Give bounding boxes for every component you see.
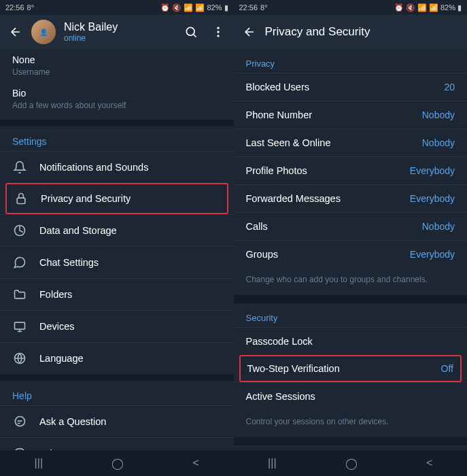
svg-point-3 — [217, 35, 219, 37]
section-delete: Delete my account — [234, 445, 468, 450]
username-field[interactable]: None Username — [0, 49, 234, 82]
settings-item-privacy[interactable]: Privacy and Security — [5, 183, 228, 214]
alarm-icon: ⏰ — [394, 3, 404, 12]
mute-icon: 🔇 — [172, 3, 181, 12]
bell-icon — [12, 160, 27, 175]
svg-rect-4 — [17, 198, 25, 203]
divider — [234, 437, 468, 445]
help-item-faq[interactable]: Telegram FAQ — [0, 437, 234, 450]
nav-bar: ||| ◯ < — [0, 450, 234, 476]
status-temp: 8° — [260, 3, 268, 12]
battery-icon: ▮ — [457, 3, 462, 12]
search-icon[interactable] — [184, 24, 198, 39]
settings-item-language[interactable]: Language — [0, 342, 234, 374]
section-settings: Settings — [0, 126, 234, 151]
status-time: 22:56 — [5, 3, 24, 12]
folder-icon — [12, 287, 27, 302]
back-icon[interactable] — [8, 24, 23, 39]
chat-icon — [12, 255, 27, 270]
devices-icon — [12, 319, 27, 334]
back-icon[interactable] — [242, 24, 257, 39]
nav-home-icon[interactable]: ◯ — [111, 457, 124, 470]
nav-bar: ||| ◯ < — [234, 450, 468, 476]
privacy-phone-number[interactable]: Phone NumberNobody — [234, 101, 468, 129]
privacy-profile-photos[interactable]: Profile PhotosEverybody — [234, 156, 468, 184]
wifi-icon: 📶 — [184, 3, 193, 12]
signal-icon: 📶 — [429, 3, 438, 12]
svg-point-2 — [217, 31, 219, 33]
privacy-calls[interactable]: CallsNobody — [234, 212, 468, 240]
security-hint: Control your sessions on other devices. — [234, 410, 468, 437]
help-item-ask[interactable]: Ask a Question — [0, 405, 234, 437]
status-bar: 22:56 8° ⏰ 🔇 📶 📶 82% ▮ — [0, 0, 234, 15]
profile-name: Nick Bailey — [64, 21, 175, 33]
svg-point-0 — [186, 27, 194, 35]
wifi-icon: 📶 — [417, 3, 427, 12]
section-security: Security — [234, 303, 468, 327]
profile-status: online — [64, 33, 175, 43]
bio-field[interactable]: Bio Add a few words about yourself — [0, 82, 234, 120]
divider — [0, 120, 234, 126]
more-icon[interactable] — [211, 24, 226, 39]
settings-item-notifications[interactable]: Notifications and Sounds — [0, 151, 234, 183]
nav-back-icon[interactable]: < — [193, 457, 199, 469]
privacy-hint: Change who can add you to groups and cha… — [234, 268, 468, 295]
settings-item-chat[interactable]: Chat Settings — [0, 246, 234, 278]
privacy-forwarded[interactable]: Forwarded MessagesEverybody — [234, 184, 468, 212]
alarm-icon: ⏰ — [160, 3, 170, 12]
security-two-step[interactable]: Two-Step VerificationOff — [239, 355, 462, 382]
page-title: Privacy and Security — [265, 25, 460, 39]
divider — [0, 374, 234, 381]
security-passcode[interactable]: Passcode Lock — [234, 327, 468, 355]
svg-point-1 — [217, 27, 219, 29]
battery-pct: 82% — [440, 3, 455, 12]
settings-item-folders[interactable]: Folders — [0, 278, 234, 310]
status-temp: 8° — [27, 3, 35, 12]
lock-icon — [14, 191, 29, 206]
profile-header: 👤 Nick Bailey online — [0, 15, 234, 49]
mute-icon: 🔇 — [406, 3, 415, 12]
nav-recent-icon[interactable]: ||| — [268, 457, 276, 469]
privacy-groups[interactable]: GroupsEverybody — [234, 240, 468, 268]
status-bar: 22:56 8° ⏰ 🔇 📶 📶 82% ▮ — [234, 0, 468, 15]
avatar[interactable]: 👤 — [31, 20, 56, 44]
settings-item-data[interactable]: Data and Storage — [0, 214, 234, 246]
nav-back-icon[interactable]: < — [426, 457, 432, 469]
svg-rect-6 — [15, 322, 25, 329]
question-chat-icon — [12, 414, 27, 429]
nav-recent-icon[interactable]: ||| — [35, 457, 43, 469]
signal-icon: 📶 — [195, 3, 205, 12]
security-active-sessions[interactable]: Active Sessions — [234, 382, 468, 410]
nav-home-icon[interactable]: ◯ — [345, 457, 358, 470]
globe-icon — [12, 351, 27, 366]
status-time: 22:56 — [239, 3, 258, 12]
page-header: Privacy and Security — [234, 15, 468, 49]
battery-pct: 82% — [207, 3, 222, 12]
settings-item-devices[interactable]: Devices — [0, 310, 234, 342]
privacy-blocked-users[interactable]: Blocked Users20 — [234, 73, 468, 101]
privacy-last-seen[interactable]: Last Seen & OnlineNobody — [234, 129, 468, 156]
battery-icon: ▮ — [224, 3, 228, 12]
data-icon — [12, 223, 27, 238]
section-help: Help — [0, 381, 234, 405]
divider — [234, 295, 468, 303]
section-privacy: Privacy — [234, 49, 468, 73]
